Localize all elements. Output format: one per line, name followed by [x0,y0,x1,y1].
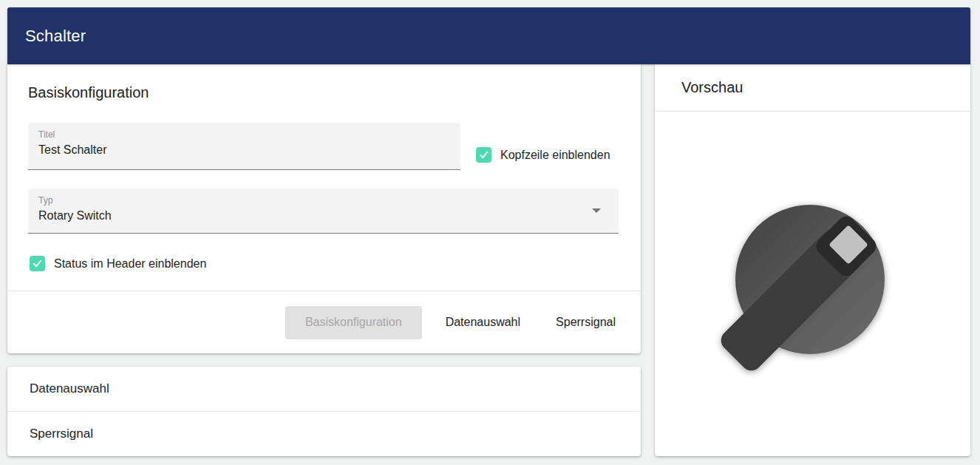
checkmark-icon [32,258,43,269]
type-select-label: Typ [38,195,52,206]
app-header-bar: Schalter [7,7,970,64]
title-field-value[interactable]: Test Schalter [38,143,106,157]
page-title: Schalter [7,27,86,46]
show-header-checkbox-row: Kopfzeile einblenden [476,147,610,163]
type-select[interactable]: Typ Rotary Switch [28,189,619,234]
show-status-checkbox-label: Status im Header einblenden [54,257,206,271]
preview-header: Vorschau [655,64,970,112]
wizard-step-buttons: Basiskonfiguration Datenauswahl Sperrsig… [7,291,641,353]
rotary-switch-icon[interactable] [655,112,970,456]
show-header-checkbox-label: Kopfzeile einblenden [500,149,610,162]
type-select-value: Rotary Switch [38,209,112,223]
preview-title: Vorschau [655,79,743,96]
basic-config-card: Basiskonfiguration Titel Test Schalter K… [7,64,641,353]
panel-sperrsignal[interactable]: Sperrsignal [7,411,641,455]
panel-datenauswahl-label: Datenauswahl [30,381,109,396]
title-field-label: Titel [38,129,55,140]
dropdown-arrow-icon[interactable] [592,208,601,213]
preview-card: Vorschau [655,64,970,456]
collapsed-panels-card: Datenauswahl Sperrsignal [7,367,641,456]
step-button-sperrsignal[interactable]: Sperrsignal [544,306,627,339]
step-button-basiskonfiguration[interactable]: Basiskonfiguration [285,306,422,339]
checkmark-icon [478,149,489,160]
preview-body [655,112,970,456]
panel-datenauswahl[interactable]: Datenauswahl [7,367,641,411]
show-header-checkbox[interactable] [476,147,491,163]
basic-config-heading: Basiskonfiguration [28,84,149,101]
title-field[interactable]: Titel Test Schalter [28,123,460,170]
show-status-checkbox-row: Status im Header einblenden [30,256,206,271]
show-status-checkbox[interactable] [30,256,45,271]
panel-sperrsignal-label: Sperrsignal [30,427,93,441]
step-button-datenauswahl[interactable]: Datenauswahl [434,306,532,339]
